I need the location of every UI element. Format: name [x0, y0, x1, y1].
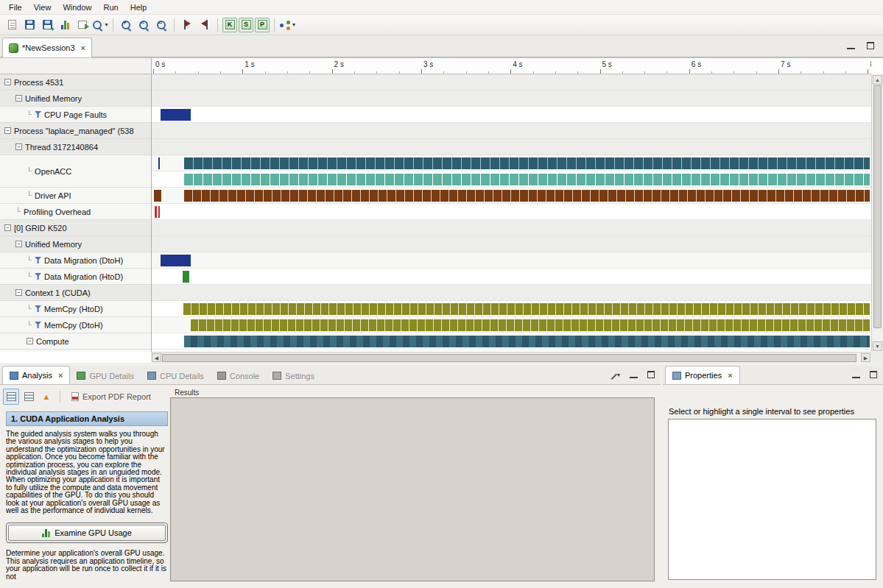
timeline-interval-bar[interactable]	[158, 206, 160, 218]
run-analysis-dropdown[interactable]: ▾	[278, 16, 296, 34]
expander-minus-icon[interactable]: −	[27, 338, 33, 344]
kernel-toggle-button[interactable]: K	[222, 18, 237, 32]
tree-row[interactable]: −Unified Memory	[0, 236, 151, 252]
timeline-lane[interactable]	[152, 139, 871, 155]
examine-gpu-usage-button[interactable]: Examine GPU Usage	[8, 525, 166, 541]
scroll-left-icon[interactable]: ◀	[152, 353, 161, 362]
timeline-interval-bar[interactable]	[183, 303, 870, 315]
minimize-icon[interactable]	[852, 372, 860, 378]
timeline-interval-bar[interactable]	[183, 271, 189, 283]
horizontal-scrollbar[interactable]: ◀ ▶	[151, 352, 871, 363]
menu-run[interactable]: Run	[98, 1, 124, 13]
new-session-button[interactable]	[3, 16, 21, 34]
expander-minus-icon[interactable]: −	[15, 241, 22, 247]
timeline-lane[interactable]	[152, 74, 871, 91]
tab-settings[interactable]: Settings	[266, 367, 321, 384]
timeline-interval-bar[interactable]	[161, 109, 191, 121]
tree-row[interactable]: −Process 4531	[0, 74, 151, 91]
scroll-down-icon[interactable]: ▼	[873, 341, 882, 351]
timeline-interval-bar[interactable]	[184, 174, 870, 185]
tree-row[interactable]: └MemCpy (DtoH)	[0, 317, 151, 333]
timeline-interval-bar[interactable]	[184, 190, 870, 202]
timeline-interval-bar[interactable]	[191, 319, 870, 331]
source-toggle-button[interactable]: S	[239, 18, 253, 32]
timeline-lane[interactable]	[152, 333, 871, 350]
close-icon[interactable]: ×	[58, 372, 63, 380]
zoom-out-button[interactable]: −	[135, 16, 152, 34]
timeline-interval-bar[interactable]	[161, 255, 191, 266]
scroll-right-icon[interactable]: ▶	[861, 353, 870, 362]
export-timeline-button[interactable]	[74, 16, 91, 34]
menu-window[interactable]: Window	[57, 1, 97, 13]
timeline-interval-bar[interactable]	[184, 336, 870, 347]
timeline-lane[interactable]	[152, 107, 871, 123]
tree-row[interactable]: └Profiling Overhead	[0, 204, 151, 220]
save-all-button[interactable]: +	[38, 16, 56, 34]
tree-row[interactable]: −Thread 3172140864	[0, 139, 151, 155]
timeline-lane[interactable]	[152, 269, 871, 285]
tree-row[interactable]: −Context 1 (CUDA)	[0, 285, 151, 301]
vertical-scrollbar-thumb[interactable]	[873, 85, 882, 328]
tree-row[interactable]: └Data Migration (DtoH)	[0, 252, 151, 269]
maximize-icon[interactable]	[867, 42, 874, 49]
tab-cpu-details[interactable]: CPU Details	[141, 367, 211, 384]
tree-row[interactable]: └OpenACC	[0, 155, 151, 188]
timeline-lane[interactable]	[152, 236, 871, 252]
unguided-analysis-toggle[interactable]	[21, 389, 37, 405]
export-pdf-button[interactable]: Export PDF Report	[66, 389, 157, 405]
scroll-up-icon[interactable]: ▲	[873, 75, 882, 85]
timeline-lane[interactable]	[152, 188, 871, 204]
back-button[interactable]: ▲	[38, 389, 54, 405]
tree-row[interactable]: └Driver API	[0, 188, 151, 204]
close-icon[interactable]: ×	[728, 372, 732, 380]
tab-properties[interactable]: Properties ×	[665, 366, 740, 384]
next-marker-button[interactable]	[178, 16, 196, 34]
timeline-lane[interactable]	[152, 317, 871, 333]
timeline-lane[interactable]	[152, 155, 871, 171]
profile-application-button[interactable]	[56, 16, 74, 34]
timeline-interval-bar[interactable]	[155, 206, 156, 218]
maximize-icon[interactable]	[870, 371, 877, 378]
timeline-lane[interactable]	[152, 301, 871, 317]
timeline-lane[interactable]	[152, 220, 871, 236]
timeline-lane[interactable]	[152, 171, 871, 188]
menu-file[interactable]: File	[3, 1, 28, 13]
timeline-ruler[interactable]: 0 s1 s2 s3 s4 s5 s6 s7 s8 s	[151, 58, 871, 74]
close-icon[interactable]: ×	[81, 44, 85, 52]
expander-minus-icon[interactable]: −	[4, 127, 11, 134]
prev-marker-button[interactable]	[196, 16, 214, 34]
expander-minus-icon[interactable]: −	[15, 95, 22, 102]
horizontal-scrollbar-thumb[interactable]	[162, 354, 856, 362]
minimize-icon[interactable]	[630, 372, 638, 378]
save-session-button[interactable]	[21, 16, 38, 34]
power-toggle-button[interactable]: P	[255, 18, 270, 32]
tab-gpu-details[interactable]: GPU Details	[70, 367, 141, 384]
view-menu-icon[interactable]: ▾	[608, 371, 620, 378]
timeline-lane[interactable]	[152, 91, 871, 107]
tree-row[interactable]: −[0] GRID K520	[0, 220, 151, 236]
expander-minus-icon[interactable]: −	[4, 79, 11, 85]
tab-analysis[interactable]: Analysis×	[2, 366, 70, 384]
expander-minus-icon[interactable]: −	[15, 289, 22, 296]
timeline-lane[interactable]	[152, 123, 871, 139]
tree-row[interactable]: └Data Migration (HtoD)	[0, 269, 151, 285]
expander-minus-icon[interactable]: −	[4, 224, 11, 231]
expander-minus-icon[interactable]: −	[15, 144, 22, 150]
timeline-interval-bar[interactable]	[154, 190, 161, 202]
tree-row[interactable]: −Process "laplace_managed" (538	[0, 123, 151, 139]
vertical-scrollbar[interactable]: ▲ ▼	[871, 74, 883, 352]
menu-view[interactable]: View	[28, 1, 57, 13]
minimize-icon[interactable]	[847, 43, 855, 49]
maximize-icon[interactable]	[647, 371, 655, 378]
tree-row[interactable]: └MemCpy (HtoD)	[0, 301, 151, 317]
guided-analysis-toggle[interactable]	[3, 389, 19, 405]
timeline-lane[interactable]	[152, 285, 871, 301]
tree-row[interactable]: −Unified Memory	[0, 91, 151, 107]
timeline-interval-bar[interactable]	[158, 157, 160, 169]
tree-row[interactable]: −Compute	[0, 333, 151, 350]
menu-help[interactable]: Help	[124, 1, 153, 13]
zoom-fit-button[interactable]: =	[152, 16, 170, 34]
tree-row[interactable]: └CPU Page Faults	[0, 107, 151, 123]
timeline-lane[interactable]	[152, 252, 871, 269]
zoom-in-button[interactable]: +	[117, 16, 135, 34]
